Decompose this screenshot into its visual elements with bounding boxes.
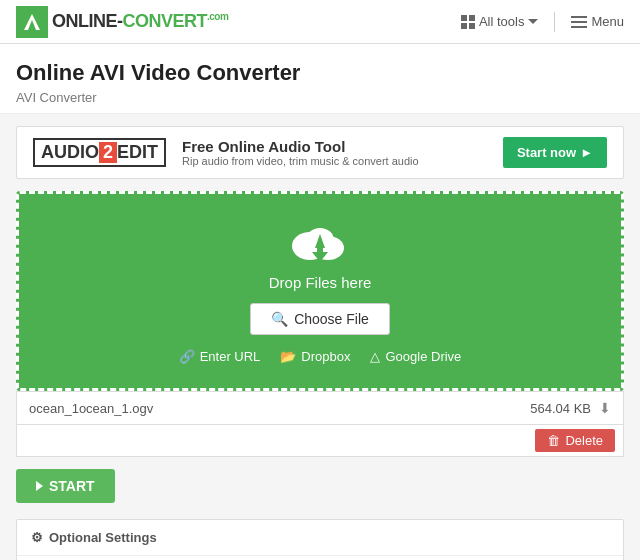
svg-rect-8 <box>571 26 587 28</box>
start-label: START <box>49 478 95 494</box>
gear-icon: ⚙ <box>31 530 43 545</box>
logo-area: ONLINE-CONVERT.com <box>16 6 228 38</box>
header-right: All tools Menu <box>461 12 624 32</box>
grid-icon <box>461 15 475 29</box>
svg-rect-3 <box>469 15 475 21</box>
ad-logo-num: 2 <box>99 142 117 163</box>
svg-rect-4 <box>461 23 467 29</box>
search-icon: 🔍 <box>271 311 288 327</box>
delete-label: Delete <box>565 433 603 448</box>
dropbox-label: Dropbox <box>301 349 350 364</box>
enter-url-label: Enter URL <box>200 349 261 364</box>
svg-rect-7 <box>571 21 587 23</box>
svg-rect-6 <box>571 16 587 18</box>
download-icon: ⬇ <box>599 400 611 416</box>
google-drive-icon: △ <box>370 349 380 364</box>
ad-logo: AUDIO 2 EDIT <box>33 138 166 167</box>
logo-text: ONLINE-CONVERT.com <box>52 11 228 32</box>
page-header: Online AVI Video Converter AVI Converter <box>0 44 640 114</box>
ad-description: Rip audio from video, trim music & conve… <box>182 155 487 167</box>
dropbox-link[interactable]: 📂 Dropbox <box>280 349 350 364</box>
settings-header-label: Optional Settings <box>49 530 157 545</box>
settings-header[interactable]: ⚙ Optional Settings <box>17 520 623 555</box>
ad-button-label: Start now <box>517 145 576 160</box>
all-tools-label: All tools <box>479 14 525 29</box>
main-content: AUDIO 2 EDIT Free Online Audio Tool Rip … <box>0 114 640 560</box>
chevron-right-icon <box>36 481 43 491</box>
choose-file-button[interactable]: 🔍 Choose File <box>250 303 390 335</box>
ad-title: Free Online Audio Tool <box>182 138 487 155</box>
dropbox-icon: 📂 <box>280 349 296 364</box>
file-size: 564.04 KB ⬇ <box>530 400 611 416</box>
ad-logo-text1: AUDIO <box>41 142 99 163</box>
ad-arrow-icon: ► <box>580 145 593 160</box>
start-button[interactable]: START <box>16 469 115 503</box>
menu-button[interactable]: Menu <box>571 14 624 29</box>
file-item: ocean_1ocean_1.ogv 564.04 KB ⬇ <box>16 391 624 425</box>
link-icon: 🔗 <box>179 349 195 364</box>
file-name: ocean_1ocean_1.ogv <box>29 401 153 416</box>
logo-icon <box>16 6 48 38</box>
enter-url-link[interactable]: 🔗 Enter URL <box>179 349 261 364</box>
page-subtitle: AVI Converter <box>16 90 624 105</box>
ad-button[interactable]: Start now ► <box>503 137 607 168</box>
google-drive-label: Google Drive <box>385 349 461 364</box>
ad-logo-text2: EDIT <box>117 142 158 163</box>
ad-text-area: Free Online Audio Tool Rip audio from vi… <box>182 138 487 167</box>
optional-settings: ⚙ Optional Settings Choose a Preset: no … <box>16 519 624 560</box>
google-drive-link[interactable]: △ Google Drive <box>370 349 461 364</box>
svg-rect-2 <box>461 15 467 21</box>
chevron-down-icon <box>528 19 538 24</box>
delete-row: 🗑 Delete <box>16 425 624 457</box>
drop-text: Drop Files here <box>35 274 605 291</box>
ad-banner: AUDIO 2 EDIT Free Online Audio Tool Rip … <box>16 126 624 179</box>
hamburger-icon <box>571 16 587 28</box>
cloud-upload-icon <box>290 218 350 266</box>
delete-button[interactable]: 🗑 Delete <box>535 429 615 452</box>
trash-icon: 🗑 <box>547 433 560 448</box>
action-row: START <box>16 457 624 511</box>
menu-label: Menu <box>591 14 624 29</box>
page-title: Online AVI Video Converter <box>16 60 624 86</box>
drop-zone: Drop Files here 🔍 Choose File 🔗 Enter UR… <box>16 191 624 391</box>
settings-body: Choose a Preset: no preset for iPhone fo… <box>17 555 623 560</box>
header-divider <box>554 12 555 32</box>
all-tools-button[interactable]: All tools <box>461 14 539 29</box>
header: ONLINE-CONVERT.com All tools Menu <box>0 0 640 44</box>
svg-rect-5 <box>469 23 475 29</box>
choose-file-label: Choose File <box>294 311 369 327</box>
drop-links: 🔗 Enter URL 📂 Dropbox △ Google Drive <box>35 349 605 364</box>
file-size-value: 564.04 KB <box>530 401 591 416</box>
